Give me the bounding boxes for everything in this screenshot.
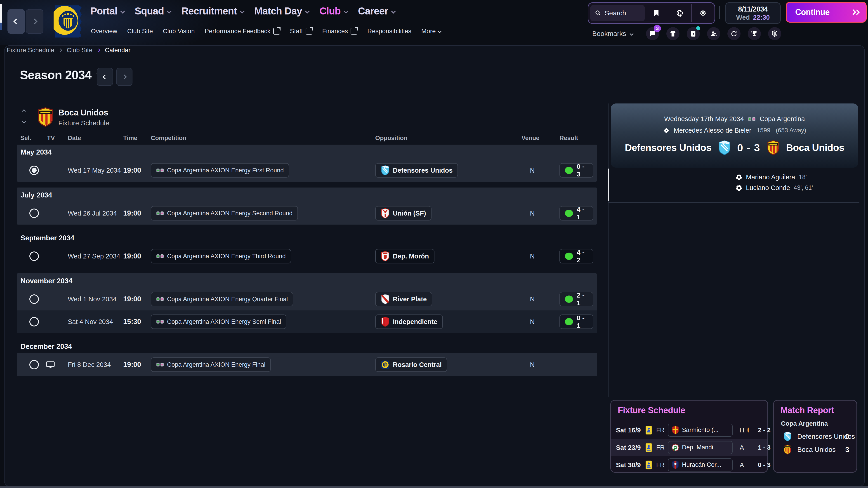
col-opposition[interactable]: Opposition	[375, 135, 407, 142]
col-time[interactable]: Time	[123, 135, 137, 142]
submenu-responsibilities[interactable]: Responsibilities	[367, 28, 411, 35]
settings-button[interactable]	[692, 6, 715, 20]
result-chip[interactable]: 4 - 2	[559, 249, 593, 263]
competition-logo-icon	[156, 167, 164, 173]
fixture-row[interactable]: Wed 26 Jul 203419:00Copa Argentina AXION…	[17, 202, 597, 225]
team-crest	[783, 431, 792, 442]
fixture-row[interactable]: Wed 27 Sep 203419:00Copa Argentina AXION…	[17, 245, 597, 267]
competition-chip[interactable]: Copa Argentina AXION Energy First Round	[151, 163, 289, 177]
report-team-row[interactable]: Boca Unidos 3	[774, 443, 857, 456]
bookmark-button[interactable]	[645, 6, 668, 20]
result-chip[interactable]: 2 - 1	[559, 292, 593, 306]
opposition-crest	[381, 317, 390, 327]
mini-opposition-chip[interactable]: Sarmiento (...	[668, 424, 733, 437]
competition-chip[interactable]: Copa Argentina AXION Energy Semi Final	[151, 315, 286, 329]
bookmarks-label[interactable]: Bookmarks	[592, 30, 626, 37]
fixture-row[interactable]: Fri 8 Dec 203419:00Copa Argentina AXION …	[17, 353, 597, 376]
opposition-chip[interactable]: Dep. Morón	[375, 249, 434, 263]
mini-fixture-schedule-card: Fixture Schedule Sat 16/9 FR Sarmiento (…	[610, 400, 768, 473]
scouting-button[interactable]	[707, 27, 720, 40]
opposition-chip[interactable]: Rosario Central	[375, 357, 447, 372]
mini-fixture-row[interactable]: Sat 16/9 FR Sarmiento (... H 2 - 2	[611, 421, 767, 439]
breadcrumb-item[interactable]: Club Site	[67, 46, 92, 54]
menu-label: Match Day	[254, 5, 302, 17]
breadcrumb-item[interactable]: Calendar	[105, 46, 131, 54]
menu-recruitment[interactable]: Recruitment	[181, 5, 244, 17]
col-sel[interactable]: Sel.	[20, 135, 31, 142]
competitions-button[interactable]	[748, 27, 761, 40]
venue-value: N	[526, 253, 539, 260]
submenu-club-vision[interactable]: Club Vision	[163, 28, 195, 35]
goalscorer-row[interactable]: Mariano Aguilera18'	[736, 173, 813, 181]
row-select-radio[interactable]	[29, 166, 39, 175]
col-competition[interactable]: Competition	[151, 135, 186, 142]
row-select-radio[interactable]	[29, 208, 39, 218]
result-chip[interactable]: 0 - 3	[559, 163, 593, 177]
mini-opposition-chip[interactable]: Huracán Cor...	[668, 458, 733, 471]
world-button[interactable]	[668, 6, 691, 20]
col-date[interactable]: Date	[68, 135, 81, 142]
breadcrumb-item[interactable]: Fixture Schedule	[7, 46, 54, 54]
squad-button[interactable]	[666, 27, 680, 40]
submenu-performance-feedback[interactable]: Performance Feedback	[205, 28, 280, 35]
match-overview-card[interactable]: Wednesday 17th May 2034 Copa Argentina M…	[611, 103, 858, 168]
menu-portal[interactable]: Portal	[90, 5, 124, 17]
opposition-chip[interactable]: Unión (SF)	[375, 206, 432, 221]
fixture-row[interactable]: Sat 4 Nov 203415:30Copa Argentina AXION …	[17, 311, 597, 333]
season-next-button[interactable]	[116, 68, 132, 86]
competition-chip[interactable]: Copa Argentina AXION Energy Quarter Fina…	[151, 292, 293, 306]
breadcrumb: Fixture ScheduleClub SiteCalendar	[7, 46, 130, 54]
row-select-radio[interactable]	[29, 317, 39, 326]
menu-career[interactable]: Career	[358, 5, 395, 17]
season-selector[interactable]: Season 2034	[20, 68, 101, 82]
submenu-more[interactable]: More	[421, 28, 441, 35]
club-logo-rosario-central[interactable]	[54, 4, 83, 37]
inbox-button[interactable]: 3	[646, 27, 659, 40]
history-forward-button[interactable]	[26, 9, 43, 34]
submenu-staff[interactable]: Staff	[290, 28, 312, 35]
competition-chip[interactable]: Copa Argentina AXION Energy Second Round	[151, 206, 298, 221]
opposition-crest	[381, 165, 390, 175]
result-chip[interactable]: 0 - 1	[559, 315, 593, 329]
scorer-name: Mariano Aguilera	[746, 173, 795, 181]
submenu-overview[interactable]: Overview	[91, 28, 117, 35]
row-select-radio[interactable]	[29, 252, 39, 261]
mini-fixture-row[interactable]: Sat 30/9 FR Huracán Cor... A 0 - 3	[611, 456, 767, 474]
club-info-button[interactable]	[768, 27, 781, 40]
mini-date: Sat 23/9	[616, 444, 641, 451]
scrollbar-thumb[interactable]	[608, 168, 609, 201]
search-input[interactable]: Search	[590, 5, 645, 21]
mini-result-indicator	[747, 428, 749, 432]
opposition-chip[interactable]: Defensores Unidos	[375, 163, 458, 177]
competition-chip[interactable]: Copa Argentina AXION Energy Final	[151, 357, 271, 372]
col-venue[interactable]: Venue	[522, 135, 539, 142]
col-result[interactable]: Result	[559, 135, 578, 142]
col-tv[interactable]: TV	[47, 135, 55, 142]
menu-squad[interactable]: Squad	[135, 5, 171, 17]
sync-button[interactable]	[727, 27, 741, 40]
submenu-club-site[interactable]: Club Site	[127, 28, 153, 35]
menu-match-day[interactable]: Match Day	[254, 5, 309, 17]
report-team-row[interactable]: Defensores Unidos 0	[774, 430, 857, 443]
tactics-button[interactable]	[687, 27, 700, 40]
opposition-chip[interactable]: Independiente	[375, 315, 443, 329]
submenu-finances[interactable]: Finances	[322, 28, 358, 35]
opposition-chip[interactable]: River Plate	[375, 292, 432, 306]
competition-chip[interactable]: Copa Argentina AXION Energy Third Round	[151, 249, 291, 263]
history-back-button[interactable]	[7, 9, 25, 34]
mini-fixture-row[interactable]: Sat 23/9 FR Dep. Mandi... A 1 - 3	[611, 439, 767, 456]
continue-button[interactable]: Continue	[786, 2, 867, 23]
fixture-row[interactable]: Wed 17 May 203419:00Copa Argentina AXION…	[17, 159, 597, 182]
menu-club[interactable]: Club	[319, 5, 348, 17]
home-team-name: Defensores Unidos	[625, 142, 711, 153]
panel-scroll-buttons[interactable]	[23, 110, 25, 123]
row-select-radio[interactable]	[29, 294, 39, 304]
goalscorer-row[interactable]: Luciano Conde43', 61'	[736, 184, 813, 192]
season-prev-button[interactable]	[97, 68, 113, 86]
home-team-crest	[718, 140, 731, 155]
fixture-row[interactable]: Wed 1 Nov 203419:00Copa Argentina AXION …	[17, 288, 597, 311]
result-chip[interactable]: 4 - 1	[559, 206, 593, 221]
mini-opposition-chip[interactable]: Dep. Mandi...	[668, 441, 733, 454]
row-select-radio[interactable]	[29, 360, 39, 369]
submenu-label: Performance Feedback	[205, 28, 270, 35]
